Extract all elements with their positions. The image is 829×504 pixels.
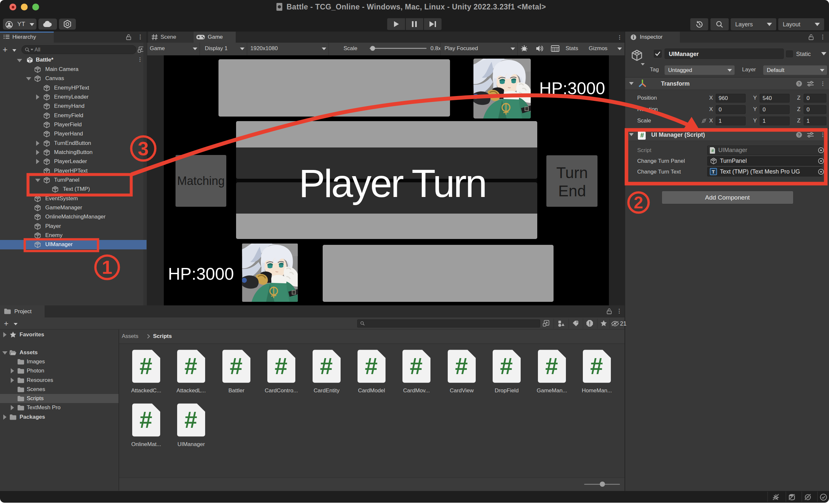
svg-text:#: # xyxy=(712,148,714,153)
svg-text:#: # xyxy=(640,132,644,139)
svg-text:?: ? xyxy=(798,81,800,86)
svg-text:?: ? xyxy=(798,133,800,137)
